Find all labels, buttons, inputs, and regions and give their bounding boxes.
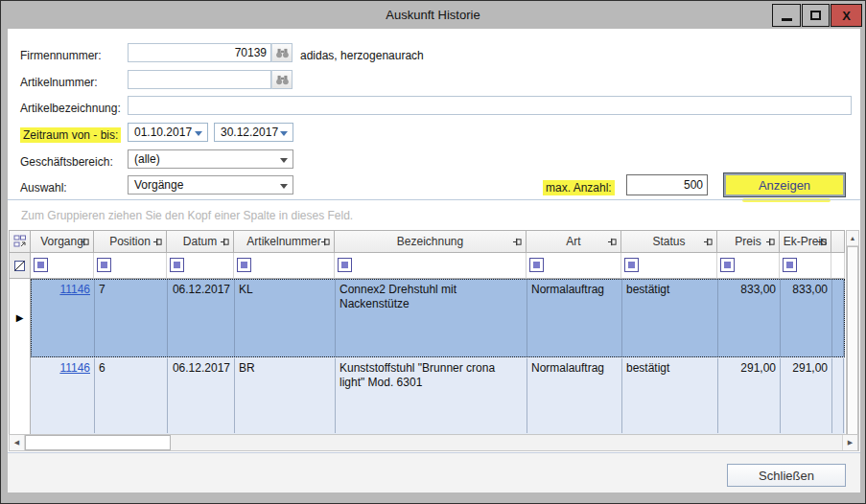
filter-operator-icon[interactable] [338, 258, 352, 272]
cell-art: Normalauftrag [527, 358, 622, 433]
vertical-scrollbar-thumb[interactable] [847, 246, 858, 435]
column-header-artikelnummer[interactable]: Artikelnummer [234, 230, 335, 253]
cell-bezeichnung: Kunststoffstuhl "Brunner crona light" Mo… [336, 358, 527, 433]
filter-cell-stub [831, 253, 845, 279]
zeitraum-bis-datepicker[interactable]: 30.12.2017 [214, 123, 293, 142]
filter-cell-art[interactable] [527, 253, 621, 279]
close-window-button[interactable]: X [831, 4, 862, 27]
filter-operator-icon[interactable] [97, 258, 111, 272]
binoculars-icon [275, 48, 290, 58]
pin-icon[interactable] [320, 237, 331, 247]
column-header-position[interactable]: Position [94, 230, 167, 253]
zeitraum-bis-value: 30.12.2017 [221, 126, 278, 139]
filter-cell-preis[interactable] [717, 253, 780, 279]
dialog-content: Firmennummer: Artikelnummer: Artikelbeze… [8, 29, 860, 493]
filter-operator-icon[interactable] [237, 258, 251, 272]
row-body[interactable]: 11146 6 06.12.2017 BR Kunststoffstuhl "B… [31, 357, 845, 434]
titlebar[interactable]: Auskunft Historie X [2, 2, 864, 28]
pin-icon[interactable] [765, 237, 776, 247]
firmennummer-search-button[interactable] [271, 43, 293, 62]
anzeigen-button-label: Anzeigen [759, 178, 810, 193]
auswahl-value: Vorgänge [134, 178, 183, 192]
filter-operator-icon[interactable] [529, 258, 544, 272]
filter-operator-icon[interactable] [783, 258, 797, 272]
cell-preis: 833,00 [718, 280, 781, 356]
filter-cell-datum[interactable] [167, 253, 234, 279]
maximize-button[interactable] [802, 4, 830, 27]
anzeigen-button[interactable]: Anzeigen [723, 172, 846, 197]
filter-operator-icon[interactable] [170, 258, 184, 272]
scroll-up-button[interactable]: ▲ [847, 231, 858, 246]
column-header-datum[interactable]: Datum [167, 230, 234, 253]
column-header-art[interactable]: Art [527, 230, 621, 253]
pin-icon[interactable] [80, 237, 90, 247]
minimize-button[interactable] [772, 4, 801, 27]
filter-operator-icon[interactable] [34, 258, 48, 272]
zeitraum-von-datepicker[interactable]: 01.10.2017 [128, 123, 208, 142]
scroll-left-button[interactable]: ◀ [10, 435, 25, 450]
filter-cell-position[interactable] [94, 253, 167, 279]
schliessen-button-label: Schließen [759, 469, 814, 483]
table-row[interactable]: 11146 6 06.12.2017 BR Kunststoffstuhl "B… [9, 357, 845, 434]
cell-status: bestätigt [622, 358, 718, 433]
column-header-label: Bezeichnung [397, 235, 463, 248]
filter-cell-status[interactable] [621, 253, 717, 279]
chevron-down-icon [280, 158, 288, 163]
artikelnummer-input[interactable] [128, 70, 271, 89]
column-header-preis[interactable]: Preis [717, 230, 780, 253]
filter-cell-artikelnummer[interactable] [234, 253, 335, 279]
horizontal-scrollbar-thumb[interactable] [25, 435, 171, 450]
grid-header-row: Vorgang Position Datum Artikelnummer [9, 230, 845, 253]
horizontal-scrollbar[interactable]: ◀ ▶ [9, 434, 858, 451]
minimize-icon [782, 18, 792, 21]
form-grid-divider [8, 199, 860, 200]
filter-cell-ek-preis[interactable] [780, 253, 831, 279]
artikelbezeichnung-input[interactable] [128, 96, 852, 115]
clear-filter-icon [13, 260, 26, 272]
column-header-status[interactable]: Status [621, 230, 717, 253]
row-indicator-cell[interactable]: ▶ [9, 279, 31, 357]
arrow-left-icon: ◀ [14, 439, 19, 447]
cell-datum: 06.12.2017 [168, 358, 235, 433]
column-header-vorgang[interactable]: Vorgang [31, 230, 94, 253]
artikelnummer-search-button[interactable] [271, 70, 293, 89]
table-row[interactable]: ▶ 11146 7 06.12.2017 KL Connex2 Drehstuh… [9, 279, 845, 357]
pin-icon[interactable] [152, 237, 163, 247]
chevron-down-icon [280, 184, 288, 189]
scroll-right-button[interactable]: ▶ [842, 435, 857, 450]
vorgang-link[interactable]: 11146 [59, 361, 90, 375]
cell-status: bestätigt [622, 280, 718, 356]
vertical-scrollbar[interactable]: ▲ ▼ [846, 230, 859, 451]
column-header-ek-preis[interactable]: Ek-Preis [780, 230, 831, 253]
pin-icon[interactable] [607, 237, 618, 247]
row-indicator-cell[interactable] [9, 357, 31, 434]
column-header-label: Position [109, 235, 151, 248]
vorgang-link[interactable]: 11146 [59, 283, 90, 296]
max-anzahl-label: max. Anzahl: [543, 180, 615, 195]
pin-icon[interactable] [703, 237, 714, 247]
filter-cell-bezeichnung[interactable] [335, 253, 527, 279]
filter-operator-icon[interactable] [720, 258, 735, 272]
pin-icon[interactable] [220, 237, 230, 247]
firmennummer-input[interactable] [128, 43, 271, 62]
zeitraum-label: Zeitraum von - bis: [20, 127, 121, 143]
max-anzahl-input[interactable] [626, 174, 708, 195]
auswahl-dropdown[interactable]: Vorgänge [128, 175, 293, 195]
column-header-bezeichnung[interactable]: Bezeichnung [335, 230, 527, 253]
cell-artikelnummer: BR [235, 358, 336, 433]
column-header-label: Artikelnummer [246, 235, 320, 248]
select-all-header-cell[interactable] [9, 230, 31, 253]
row-body-selected[interactable]: 11146 7 06.12.2017 KL Connex2 Drehstuhl … [31, 279, 845, 357]
pin-icon[interactable] [512, 237, 523, 247]
schliessen-button[interactable]: Schließen [727, 464, 846, 487]
maximize-icon [810, 11, 821, 20]
pin-icon[interactable] [817, 237, 828, 247]
group-by-panel[interactable]: Zum Gruppieren ziehen Sie den Kopf einer… [9, 202, 858, 230]
clear-filter-cell[interactable] [9, 253, 31, 279]
cell-ek-preis: 291,00 [781, 358, 832, 433]
filter-operator-icon[interactable] [624, 258, 639, 272]
geschaeftsbereich-dropdown[interactable]: (alle) [128, 149, 293, 169]
column-header-label: Status [652, 235, 685, 248]
group-grid-icon [13, 235, 27, 248]
filter-cell-vorgang[interactable] [31, 253, 94, 279]
